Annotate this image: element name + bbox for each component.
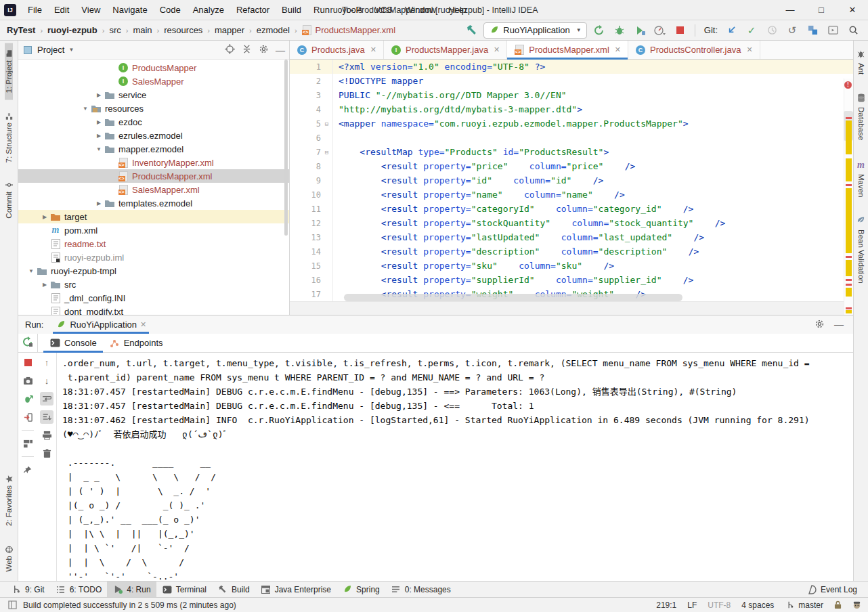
tree-item[interactable]: <>ProductsMapper.xml <box>18 169 289 183</box>
tab-console[interactable]: Console <box>43 334 103 352</box>
fold-marker[interactable]: ⊟ <box>321 116 333 131</box>
menu-tools[interactable]: Tools <box>336 0 368 20</box>
scroll-up-icon[interactable]: ↑ <box>40 355 53 369</box>
menu-run[interactable]: Run <box>307 0 336 20</box>
diff-icon[interactable] <box>804 22 821 39</box>
breadcrumb-item[interactable]: RyTest <box>7 25 35 35</box>
run-button[interactable] <box>591 22 607 39</box>
settings-gear-icon[interactable] <box>259 44 269 56</box>
clear-console-icon[interactable] <box>40 447 53 460</box>
run-configuration-select[interactable]: RuoYiApplication ▼ <box>483 22 586 39</box>
close-icon[interactable]: ✕ <box>746 45 752 54</box>
tab-productsmapper-xml[interactable]: <>ProductsMapper.xml✕ <box>507 41 628 59</box>
tree-item[interactable]: ▶target <box>18 210 289 223</box>
horizontal-scrollbar[interactable] <box>344 294 682 301</box>
project-panel-title[interactable]: Project <box>37 45 64 55</box>
tab-productsmapper-java[interactable]: IProductsMapper.java✕ <box>384 41 507 59</box>
rerun-button[interactable] <box>18 336 37 349</box>
hide-panel-icon[interactable]: — <box>276 45 285 56</box>
code-viewport[interactable]: 1<?xml version="1.0" encoding="UTF-8" ?>… <box>290 60 853 315</box>
inspection-error-badge[interactable]: ! <box>844 81 852 89</box>
history-icon[interactable] <box>764 22 780 39</box>
tree-collapse-arrow-icon[interactable]: ▼ <box>80 106 91 112</box>
close-button[interactable]: ✕ <box>837 0 868 20</box>
build-hammer-icon[interactable] <box>463 22 479 39</box>
stripe-button-web[interactable]: Web <box>5 539 13 578</box>
tree-expand-arrow-icon[interactable]: ▶ <box>93 92 104 98</box>
tree-item[interactable]: ▼resources <box>18 102 289 115</box>
toolwindow--messages[interactable]: 0: Messages <box>385 582 456 597</box>
menu-view[interactable]: View <box>75 0 106 20</box>
status-utf-8[interactable]: UTF-8 <box>708 600 731 610</box>
menu-code[interactable]: Code <box>154 0 187 20</box>
run-config-tab[interactable]: RuoYiApplication ✕ <box>53 315 149 334</box>
tree-item[interactable]: IProductsMapper <box>18 61 289 74</box>
profiler-button[interactable] <box>652 22 668 39</box>
stripe-button-structure[interactable]: 7: Structure <box>5 106 13 169</box>
status-message[interactable]: Build completed successfully in 2 s 509 … <box>23 600 236 610</box>
git-update-icon[interactable] <box>723 22 739 39</box>
print-icon[interactable] <box>40 429 53 442</box>
stripe-button-commit[interactable]: Commit <box>5 175 13 225</box>
tree-item[interactable]: readme.txt <box>18 237 289 250</box>
lock-icon[interactable] <box>834 600 842 609</box>
tree-item[interactable]: _dml_config.INI <box>18 291 289 305</box>
close-icon[interactable]: ✕ <box>494 45 500 54</box>
menu-help[interactable]: Help <box>442 0 473 20</box>
tree-item[interactable]: ▼mapper.ezmodel <box>18 142 289 156</box>
menu-edit[interactable]: Edit <box>48 0 75 20</box>
scroll-to-end-icon[interactable] <box>40 410 53 424</box>
stripe-button-project[interactable]: 1: Project <box>5 43 13 100</box>
tree-collapse-arrow-icon[interactable]: ▼ <box>26 268 37 274</box>
status-219-1[interactable]: 219:1 <box>656 600 676 610</box>
close-icon[interactable]: ✕ <box>140 320 146 329</box>
status-4-spaces[interactable]: 4 spaces <box>741 600 774 610</box>
menu-vcs[interactable]: VCS <box>368 0 399 20</box>
menu-build[interactable]: Build <box>276 0 307 20</box>
tree-scrollbar[interactable] <box>284 60 288 236</box>
toolwindow--git[interactable]: 9: Git <box>5 582 50 597</box>
tree-item[interactable]: ▶ezdoc <box>18 115 289 129</box>
toolwindow--run[interactable]: 4: Run <box>107 582 156 597</box>
stripe-button-database[interactable]: Database <box>857 87 865 147</box>
search-icon[interactable] <box>845 22 861 39</box>
toolwindow-build[interactable]: Build <box>212 582 255 597</box>
stripe-button-favorites[interactable]: 2: Favorites <box>5 468 13 533</box>
tree-item[interactable]: ▼ruoyi-ezpub-tmpl <box>18 264 289 278</box>
toolwindow-toggle-icon[interactable] <box>7 600 18 611</box>
status-lf[interactable]: LF <box>687 600 697 610</box>
tab-endpoints[interactable]: Endpoints <box>103 334 169 352</box>
collapse-all-icon[interactable] <box>242 44 252 56</box>
stripe-button-ant[interactable]: Ant <box>856 43 865 81</box>
tree-expand-arrow-icon[interactable]: ▶ <box>93 200 104 206</box>
tab-productscontroller-java[interactable]: CProductsController.java✕ <box>628 41 760 59</box>
toolwindow-spring[interactable]: Spring <box>337 582 385 597</box>
close-icon[interactable]: ✕ <box>615 45 621 54</box>
tree-item[interactable]: mpom.xml <box>18 223 289 237</box>
close-icon[interactable]: ✕ <box>370 45 376 54</box>
breadcrumb-item[interactable]: mapper <box>215 25 244 35</box>
tree-item[interactable]: ▶src <box>18 278 289 291</box>
pin-tab-icon[interactable] <box>21 463 35 477</box>
update-app-icon[interactable] <box>21 392 35 406</box>
tree-collapse-arrow-icon[interactable]: ▼ <box>93 146 104 152</box>
soft-wrap-icon[interactable] <box>40 392 53 406</box>
scroll-down-icon[interactable]: ↓ <box>40 374 53 387</box>
status-master[interactable]: master <box>785 600 823 611</box>
fold-marker[interactable]: ⊟ <box>321 145 333 159</box>
breadcrumb-item[interactable]: ezmodel <box>257 25 290 35</box>
console-output[interactable]: .order_num, t.url, t.target, t.menu_type… <box>56 353 853 582</box>
tree-expand-arrow-icon[interactable]: ▶ <box>93 119 104 125</box>
breadcrumb-item[interactable]: main <box>133 25 152 35</box>
layout-settings-icon[interactable] <box>21 437 35 450</box>
tab-products-java[interactable]: CProducts.java✕ <box>290 41 384 59</box>
tree-item[interactable]: ▶service <box>18 88 289 102</box>
tree-item[interactable]: <>InventoryMapper.xml <box>18 156 289 169</box>
git-commit-icon[interactable]: ✓ <box>743 22 760 39</box>
rollback-icon[interactable]: ↺ <box>784 22 800 39</box>
menu-window[interactable]: Window <box>399 0 442 20</box>
locate-file-icon[interactable] <box>225 44 235 56</box>
hide-panel-icon[interactable]: — <box>834 319 844 331</box>
debug-button[interactable] <box>611 22 628 39</box>
tree-expand-arrow-icon[interactable]: ▶ <box>39 282 50 288</box>
